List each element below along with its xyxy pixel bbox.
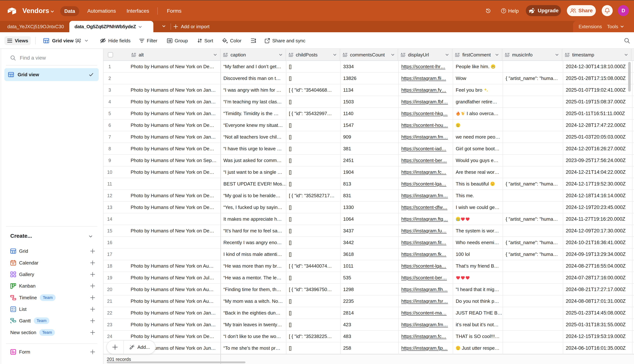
svg-text:31: 31 — [12, 262, 15, 265]
